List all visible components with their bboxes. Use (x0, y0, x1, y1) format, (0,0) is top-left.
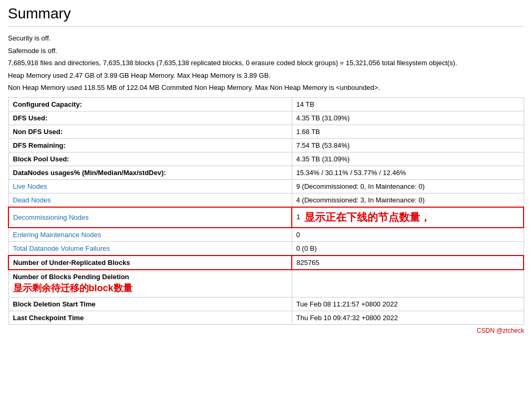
node-link[interactable]: Dead Nodes (13, 196, 51, 204)
table-row: DFS Used:4.35 TB (31.09%) (8, 111, 524, 125)
table-row: Number of Under-Replicated Blocks825765 (8, 255, 524, 270)
table-row: Block Deletion Start TimeTue Feb 08 11:2… (8, 297, 524, 311)
page-title: Summary (8, 5, 524, 27)
table-row: Last Checkpoint TimeThu Feb 10 09:47:32 … (8, 311, 524, 324)
info-section: Security is off. Safemode is off. 7,685,… (8, 33, 524, 93)
info-line-4: Heap Memory used 2.47 GB of 3.89 GB Heap… (8, 70, 524, 81)
node-link[interactable]: Total Datanode Volume Failures (13, 244, 110, 252)
table-row: DataNodes usages% (Min/Median/Max/stdDev… (8, 166, 524, 179)
summary-table: Configured Capacity:14 TBDFS Used:4.35 T… (8, 97, 524, 325)
table-row: Configured Capacity:14 TB (8, 97, 524, 111)
table-row: Decommissioning Nodes1显示正在下线的节点数量， (8, 207, 524, 228)
info-line-1: Security is off. (8, 33, 524, 44)
table-row: Number of Blocks Pending Deletion显示剩余待迁移… (8, 270, 524, 298)
table-row: Total Datanode Volume Failures0 (0 B) (8, 241, 524, 255)
summary-table-wrapper: Configured Capacity:14 TBDFS Used:4.35 T… (8, 97, 524, 325)
pending-deletion-annotation-text: 显示剩余待迁移的block数量 (13, 282, 288, 294)
table-row: Non DFS Used:1.68 TB (8, 125, 524, 138)
table-row: Live Nodes9 (Decommissioned: 0, In Maint… (8, 179, 524, 193)
decommission-annotation-text: 显示正在下线的节点数量， (304, 210, 431, 224)
table-row: DFS Remaining:7.54 TB (53.84%) (8, 138, 524, 152)
table-row: Entering Maintenance Nodes0 (8, 228, 524, 242)
node-link[interactable]: Decommissioning Nodes (13, 213, 89, 221)
info-line-2: Safemode is off. (8, 46, 524, 56)
node-link[interactable]: Live Nodes (13, 182, 47, 190)
node-link[interactable]: Entering Maintenance Nodes (13, 231, 101, 239)
info-line-3: 7,685,918 files and directories, 7,635,1… (8, 58, 524, 68)
watermark: CSDN @ztcheck (8, 327, 524, 334)
info-line-5: Non Heap Memory used 118.55 MB of 122.04… (8, 83, 524, 93)
table-row: Block Pool Used:4.35 TB (31.09%) (8, 152, 524, 166)
table-row: Dead Nodes4 (Decommissioned: 3, In Maint… (8, 193, 524, 207)
